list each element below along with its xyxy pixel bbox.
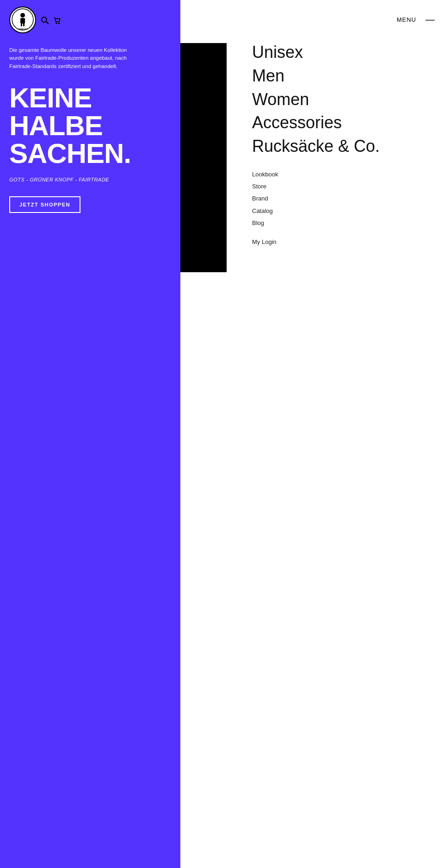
hero-headline-line1: KEINE — [9, 84, 171, 112]
svg-point-6 — [42, 17, 47, 22]
nav-secondary-item-catalog[interactable]: Catalog — [252, 207, 444, 215]
header: HAMBURG — [0, 0, 444, 39]
cart-button[interactable] — [53, 16, 61, 27]
header-left: HAMBURG — [9, 6, 61, 33]
svg-rect-3 — [21, 23, 22, 26]
logo-text: HAMBURG — [11, 8, 34, 32]
nav-secondary-items: LookbookStoreBrandCatalogBlog — [252, 170, 444, 227]
svg-rect-4 — [23, 23, 25, 26]
hero-subtitle: GOTS - GRÜNER KNOPF - FAIRTRADE — [9, 177, 171, 182]
hero-headline: KEINE HALBE SACHEN. — [9, 84, 171, 168]
hero-text: Die gesamte Baumwolle unserer neuen Koll… — [0, 42, 180, 218]
svg-line-7 — [46, 22, 49, 24]
black-block — [180, 43, 227, 272]
nav-secondary-item-store[interactable]: Store — [252, 182, 444, 191]
nav-main-items: UnisexMenWomenAccessoriesRucksäcke & Co. — [252, 42, 444, 157]
svg-point-8 — [56, 23, 57, 24]
svg-rect-2 — [20, 18, 25, 24]
nav-item-rucksaecke[interactable]: Rucksäcke & Co. — [252, 136, 444, 157]
hero-headline-line3: SACHEN. — [9, 140, 171, 168]
svg-point-1 — [20, 13, 25, 18]
header-right: MENU — — [397, 14, 435, 25]
nav-item-women[interactable]: Women — [252, 89, 444, 111]
nav-secondary-item-lookbook[interactable]: Lookbook — [252, 170, 444, 179]
nav-item-men[interactable]: Men — [252, 65, 444, 87]
nav-overlay: UnisexMenWomenAccessoriesRucksäcke & Co.… — [227, 0, 444, 868]
search-button[interactable] — [41, 16, 49, 27]
nav-item-unisex[interactable]: Unisex — [252, 42, 444, 63]
logo[interactable]: HAMBURG — [9, 6, 36, 33]
nav-login[interactable]: My Login — [252, 238, 444, 245]
svg-point-9 — [59, 23, 60, 24]
header-icons — [41, 16, 61, 27]
nav-secondary-item-brand[interactable]: Brand — [252, 194, 444, 203]
nav-secondary-item-blog[interactable]: Blog — [252, 219, 444, 227]
nav-item-accessories[interactable]: Accessories — [252, 112, 444, 134]
hero-intro: Die gesamte Baumwolle unserer neuen Koll… — [9, 46, 139, 70]
shop-button[interactable]: JETZT SHOPPEN — [9, 196, 80, 213]
hero-headline-line2: HALBE — [9, 112, 171, 140]
main-content: HAMBURG — [0, 0, 444, 868]
menu-label[interactable]: MENU — [397, 16, 416, 23]
svg-text:HAMBURG: HAMBURG — [18, 28, 28, 30]
close-icon[interactable]: — — [426, 14, 435, 25]
